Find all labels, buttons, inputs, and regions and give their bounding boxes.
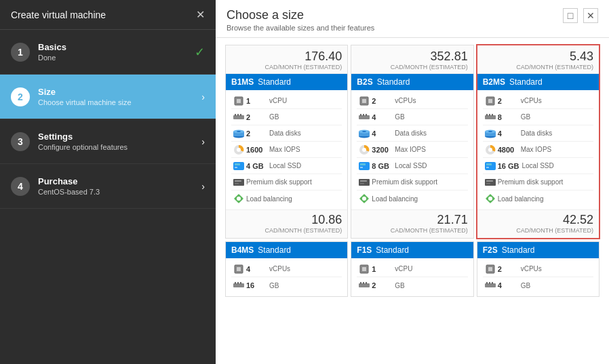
- spec-row-premium: Premium disk support: [357, 174, 467, 190]
- step-number-1: 1: [11, 43, 30, 62]
- svg-rect-56: [486, 180, 493, 182]
- size-card-b2s[interactable]: 352.81CAD/MONTH (ESTIMATED)B2SStandard2v…: [351, 45, 473, 239]
- ram-icon: [483, 282, 498, 289]
- svg-point-19: [237, 197, 241, 201]
- spec-row-iops: 1600Max IOPS: [231, 142, 342, 158]
- spec-label: Max IOPS: [521, 146, 552, 153]
- cpu-icon: [357, 264, 372, 275]
- size-card-b4ms[interactable]: B4MSStandard4vCPUs16GB: [225, 241, 348, 297]
- svg-rect-33: [360, 163, 366, 165]
- card-tier: B2MS: [483, 77, 505, 87]
- card-tier: F1S: [357, 245, 372, 255]
- spec-row-premium: Premium disk support: [483, 174, 593, 190]
- svg-rect-15: [233, 179, 244, 186]
- step-item-settings[interactable]: 3SettingsConfigure optional features›: [0, 119, 216, 164]
- spec-row-ram: 4GB: [483, 277, 593, 294]
- create-vm-title: Create virtual machine: [11, 9, 106, 20]
- size-grid: 176.40CAD/MONTH (ESTIMATED)B1MSStandard1…: [224, 43, 601, 298]
- ram-icon: [231, 282, 246, 289]
- svg-rect-45: [492, 114, 493, 116]
- iops-icon: [357, 144, 372, 155]
- card-tier: B1MS: [231, 77, 254, 87]
- close-icon[interactable]: ✕: [583, 8, 598, 23]
- spec-label: Data disks: [269, 129, 301, 137]
- top-price-b2ms: 5.43CAD/MONTH (ESTIMATED): [477, 45, 599, 74]
- svg-rect-70: [363, 282, 364, 284]
- svg-rect-34: [360, 167, 363, 168]
- card-body-b4ms: 4vCPUs16GB: [226, 258, 347, 296]
- spec-label: GB: [395, 113, 404, 121]
- spec-label: Premium disk support: [372, 178, 437, 186]
- spec-row-cpu: 1vCPU: [231, 93, 342, 109]
- size-card-b1ms[interactable]: 176.40CAD/MONTH (ESTIMATED)B1MSStandard1…: [225, 45, 348, 239]
- spec-row-disk: 4Data disks: [357, 125, 467, 142]
- right-panel-title: Choose a size: [227, 8, 374, 22]
- spec-row-ram: 16GB: [231, 277, 342, 294]
- bottom-price-value: 21.71: [357, 213, 467, 227]
- cpu-icon: [357, 96, 372, 106]
- spec-value: 4 GB: [246, 162, 267, 170]
- spec-value: 8 GB: [372, 162, 392, 170]
- load-balancing-icon: [357, 193, 372, 204]
- size-card-f1s[interactable]: F1SStandard1vCPU2GB: [351, 241, 473, 297]
- svg-rect-76: [489, 282, 490, 284]
- step-item-basics[interactable]: 1BasicsDone✓: [0, 30, 216, 75]
- load-balancing-icon: [231, 193, 246, 204]
- left-panel-close-icon[interactable]: ✕: [196, 8, 205, 21]
- svg-rect-16: [235, 180, 241, 182]
- spec-value: 16 GB: [498, 162, 519, 170]
- svg-rect-61: [237, 267, 241, 271]
- svg-rect-24: [363, 114, 364, 116]
- spec-label: Data disks: [395, 129, 427, 137]
- bottom-price-value: 42.52: [483, 213, 593, 227]
- svg-point-39: [362, 197, 366, 201]
- svg-rect-55: [485, 179, 496, 186]
- spec-value: 4: [498, 281, 518, 289]
- spec-row-ssd: 8 GBLocal SSD: [357, 158, 467, 174]
- svg-rect-12: [233, 162, 244, 170]
- spec-label: Load balancing: [498, 195, 544, 203]
- spec-row-cpu: 2vCPUs: [483, 93, 593, 109]
- size-card-b2ms[interactable]: 5.43CAD/MONTH (ESTIMATED)B2MSStandard2vC…: [476, 44, 600, 239]
- card-body-b2s: 2vCPUs4GB4Data disks3200Max IOPS8 GBLoca…: [351, 90, 473, 209]
- step-number-2: 2: [11, 87, 30, 106]
- spec-row-cpu: 4vCPUs: [231, 261, 342, 277]
- spec-label: Data disks: [521, 129, 553, 137]
- spec-row-ram: 2GB: [231, 109, 342, 125]
- spec-row-premium: Premium disk support: [231, 174, 342, 190]
- card-tier: B2S: [357, 77, 372, 87]
- spec-label: Load balancing: [246, 195, 292, 203]
- spec-label: GB: [269, 282, 279, 289]
- size-card-f2s[interactable]: F2SStandard2vCPUs4GB: [477, 241, 600, 297]
- left-panel-header: Create virtual machine ✕: [0, 0, 216, 30]
- card-body-b2ms: 2vCPUs8GB4Data disks4800Max IOPS16 GBLoc…: [477, 90, 599, 209]
- bottom-price-label: CAD/MONTH (ESTIMATED): [483, 227, 593, 234]
- spec-value: 2: [372, 281, 392, 289]
- card-standard: Standard: [377, 77, 410, 87]
- svg-point-59: [488, 197, 492, 201]
- step-item-purchase[interactable]: 4PurchaseCentOS-based 7.3›: [0, 164, 216, 209]
- ram-icon: [483, 114, 498, 121]
- card-tier: F2S: [483, 245, 498, 255]
- spec-value: 1600: [246, 146, 267, 154]
- ram-icon: [357, 282, 372, 289]
- spec-label: GB: [521, 282, 530, 289]
- spec-row-ssd: 4 GBLocal SSD: [231, 158, 342, 174]
- step-subtitle-3: Configure optional features: [38, 143, 196, 151]
- spec-label: GB: [395, 282, 404, 289]
- step-done-checkmark: ✓: [195, 45, 205, 60]
- card-standard: Standard: [509, 77, 543, 87]
- step-content-1: BasicsDone: [38, 42, 189, 62]
- spec-row-lb: Load balancing: [357, 190, 467, 207]
- ssd-icon: [357, 161, 372, 171]
- svg-point-9: [237, 131, 241, 132]
- step-chevron-icon: ›: [201, 181, 205, 192]
- step-content-4: PurchaseCentOS-based 7.3: [38, 176, 196, 196]
- spec-value: 2: [246, 113, 267, 121]
- bottom-price-b1ms: 10.86CAD/MONTH (ESTIMATED): [226, 209, 347, 238]
- window-icon[interactable]: □: [563, 8, 578, 23]
- step-item-size[interactable]: 2SizeChoose virtual machine size›: [0, 75, 216, 119]
- spec-label: vCPU: [395, 265, 412, 272]
- spec-row-cpu: 2vCPUs: [483, 261, 593, 277]
- svg-rect-77: [492, 282, 493, 284]
